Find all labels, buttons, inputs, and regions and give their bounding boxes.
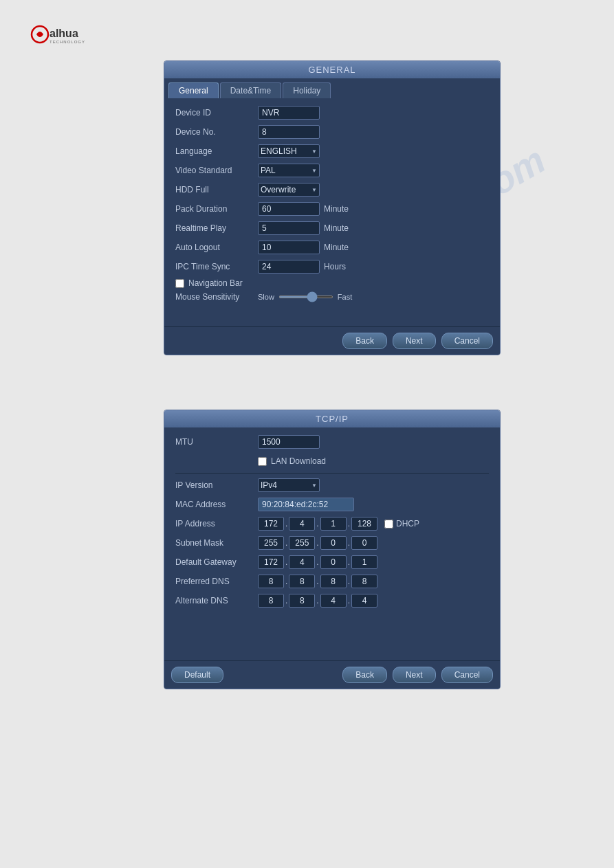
general-cancel-button[interactable]: Cancel: [441, 333, 493, 349]
ip-version-label: IP Version: [175, 480, 258, 490]
alternate-dns-octet-3[interactable]: [320, 594, 347, 608]
subnet-mask-octet-1[interactable]: [258, 536, 284, 550]
mouse-sensitivity-label: Mouse Sensitivity: [175, 292, 258, 302]
device-no-label: Device No.: [175, 127, 258, 137]
ip-address-group: . . .: [258, 517, 377, 531]
preferred-dns-octet-3[interactable]: [320, 575, 347, 588]
hdd-full-select[interactable]: Overwrite Stop: [258, 183, 320, 197]
ip-address-octet-4[interactable]: [351, 517, 377, 531]
tcpip-default-button[interactable]: Default: [171, 667, 223, 683]
general-panel-title: GENERAL: [164, 61, 500, 78]
mouse-sensitivity-row: Mouse Sensitivity Slow Fast: [175, 292, 489, 302]
alternate-dns-row: Alternate DNS . . .: [175, 593, 489, 608]
ipc-time-sync-input[interactable]: [258, 260, 320, 274]
tab-general[interactable]: General: [168, 82, 219, 98]
preferred-dns-label: Preferred DNS: [175, 577, 258, 586]
tcpip-button-bar: Default Back Next Cancel: [164, 660, 500, 689]
navigation-bar-label: Navigation Bar: [188, 278, 243, 288]
hdd-full-label: HDD Full: [175, 185, 258, 194]
mouse-sensitivity-slow-label: Slow: [258, 293, 274, 301]
preferred-dns-octet-2[interactable]: [289, 575, 315, 588]
tcpip-button-bar-right: Back Next Cancel: [342, 667, 493, 683]
mac-address-label: MAC Address: [175, 500, 258, 509]
navigation-bar-checkbox[interactable]: [175, 279, 184, 288]
ip-address-row: IP Address . . . DHCP: [175, 516, 489, 531]
preferred-dns-octet-4[interactable]: [351, 575, 377, 588]
device-no-input[interactable]: [258, 125, 320, 139]
general-back-button[interactable]: Back: [342, 333, 387, 349]
tab-datetime[interactable]: Date&Time: [220, 82, 282, 98]
general-tabs: General Date&Time Holiday: [164, 78, 500, 98]
realtime-play-label: Realtime Play: [175, 223, 258, 233]
realtime-play-input[interactable]: [258, 221, 320, 235]
subnet-mask-octet-3[interactable]: [320, 536, 347, 550]
ip-version-row: IP Version IPv4 IPv6: [175, 478, 489, 493]
subnet-mask-row: Subnet Mask . . .: [175, 535, 489, 550]
hdd-full-row: HDD Full Overwrite Stop: [175, 182, 489, 197]
dhcp-label: DHCP: [396, 519, 419, 528]
tcpip-back-button[interactable]: Back: [342, 667, 387, 683]
ipc-time-sync-row: IPC Time Sync Hours: [175, 259, 489, 274]
device-id-row: Device ID: [175, 105, 489, 120]
video-standard-select[interactable]: PAL NTSC: [258, 164, 320, 177]
ip-address-label: IP Address: [175, 519, 258, 528]
device-id-input[interactable]: [258, 106, 320, 120]
dhcp-row: DHCP: [384, 519, 419, 528]
preferred-dns-group: . . .: [258, 575, 377, 588]
mouse-sensitivity-slider[interactable]: [278, 296, 333, 298]
pack-duration-input[interactable]: [258, 202, 320, 216]
alternate-dns-label: Alternate DNS: [175, 596, 258, 605]
tcpip-next-button[interactable]: Next: [393, 667, 436, 683]
preferred-dns-octet-1[interactable]: [258, 575, 284, 588]
video-standard-select-wrapper: PAL NTSC: [258, 164, 320, 177]
alternate-dns-octet-4[interactable]: [351, 594, 377, 608]
ipc-time-sync-unit: Hours: [324, 262, 346, 271]
auto-logout-input[interactable]: [258, 241, 320, 254]
hdd-full-select-wrapper: Overwrite Stop: [258, 183, 320, 197]
auto-logout-row: Auto Logout Minute: [175, 240, 489, 255]
auto-logout-label: Auto Logout: [175, 243, 258, 252]
language-select[interactable]: ENGLISH: [258, 144, 320, 158]
svg-text:alhua: alhua: [50, 27, 78, 39]
lan-download-row: LAN Download: [175, 454, 489, 469]
ip-address-octet-3[interactable]: [320, 517, 347, 531]
preferred-dns-row: Preferred DNS . . .: [175, 574, 489, 589]
realtime-play-row: Realtime Play Minute: [175, 221, 489, 236]
default-gateway-octet-1[interactable]: [258, 555, 284, 569]
ip-version-select[interactable]: IPv4 IPv6: [258, 478, 320, 492]
subnet-mask-octet-2[interactable]: [289, 536, 315, 550]
lan-download-label: LAN Download: [271, 456, 326, 466]
svg-text:TECHNOLOGY: TECHNOLOGY: [50, 40, 85, 44]
subnet-mask-label: Subnet Mask: [175, 538, 258, 548]
tcpip-spacer: [164, 619, 500, 660]
tab-holiday[interactable]: Holiday: [283, 82, 331, 98]
alternate-dns-octet-1[interactable]: [258, 594, 284, 608]
video-standard-row: Video Standard PAL NTSC: [175, 163, 489, 178]
general-spacer: [164, 313, 500, 326]
realtime-play-unit: Minute: [324, 223, 349, 233]
tcpip-cancel-button[interactable]: Cancel: [441, 667, 493, 683]
lan-download-checkbox[interactable]: [258, 457, 267, 466]
ip-address-octet-1[interactable]: [258, 517, 284, 531]
auto-logout-unit: Minute: [324, 243, 349, 252]
subnet-mask-octet-4[interactable]: [351, 536, 377, 550]
ip-address-octet-2[interactable]: [289, 517, 315, 531]
dhcp-checkbox[interactable]: [384, 520, 393, 528]
subnet-mask-group: . . .: [258, 536, 377, 550]
mouse-sensitivity-fast-label: Fast: [338, 293, 352, 301]
default-gateway-octet-2[interactable]: [289, 555, 315, 569]
tcpip-panel-title: TCP/IP: [164, 410, 500, 427]
language-label: Language: [175, 146, 258, 156]
alternate-dns-octet-2[interactable]: [289, 594, 315, 608]
mtu-label: MTU: [175, 437, 258, 447]
mtu-input[interactable]: [258, 435, 320, 449]
mac-address-input[interactable]: [258, 498, 354, 511]
default-gateway-octet-3[interactable]: [320, 555, 347, 569]
device-no-row: Device No.: [175, 124, 489, 140]
general-panel: GENERAL General Date&Time Holiday Device…: [164, 60, 501, 355]
general-next-button[interactable]: Next: [393, 333, 436, 349]
mac-address-row: MAC Address: [175, 497, 489, 512]
default-gateway-octet-4[interactable]: [351, 555, 377, 569]
default-gateway-row: Default Gateway . . .: [175, 555, 489, 570]
alternate-dns-group: . . .: [258, 594, 377, 608]
